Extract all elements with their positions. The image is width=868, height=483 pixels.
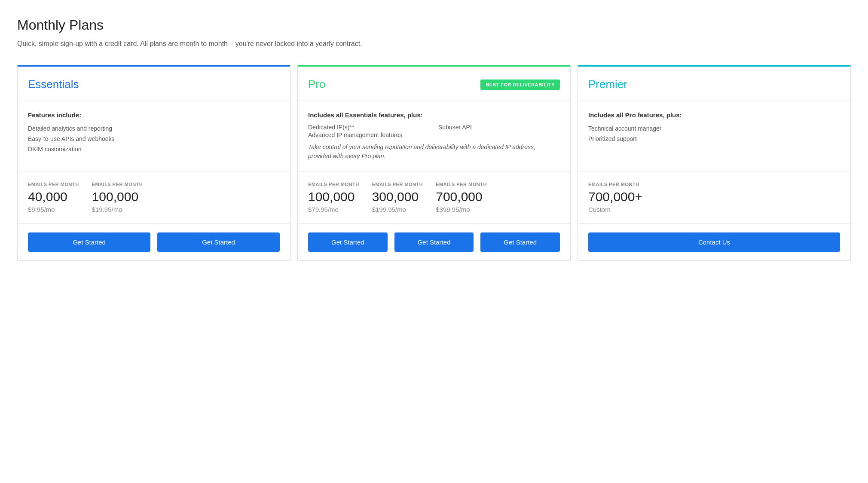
get-started-button-pro-2[interactable]: Get Started	[394, 232, 474, 252]
premier-features-title: Includes all Pro features, plus:	[588, 111, 840, 119]
get-started-button-pro-1[interactable]: Get Started	[308, 232, 388, 252]
pro-action: Get Started Get Started Get Started	[298, 224, 570, 260]
pricing-item: EMAILS PER MONTH 300,000 $199.95/mo	[372, 182, 423, 213]
emails-label: EMAILS PER MONTH	[308, 182, 359, 187]
list-item: Subuser API	[438, 124, 560, 131]
emails-amount: 300,000	[372, 190, 423, 204]
emails-amount: 700,000+	[588, 190, 642, 204]
pro-plan-name: Pro	[308, 78, 325, 91]
emails-label: EMAILS PER MONTH	[436, 182, 487, 187]
emails-amount: 40,000	[28, 190, 79, 204]
pro-features-title: Includes all Essentials features, plus:	[308, 111, 560, 119]
pro-features-note: Take control of your sending reputation …	[308, 143, 560, 161]
plan-card-essentials: Essentials Features include: Detailed an…	[17, 65, 290, 261]
page-subtitle: Quick, simple sign-up with a credit card…	[17, 40, 851, 48]
contact-us-button[interactable]: Contact Us	[588, 232, 840, 252]
list-item: Technical account manager	[588, 124, 840, 134]
premier-header: Premier	[578, 67, 850, 101]
list-item	[438, 131, 560, 138]
list-item: Easy-to-use APIs and webhooks	[28, 134, 280, 144]
price: $199.95/mo	[372, 206, 423, 213]
emails-label: EMAILS PER MONTH	[92, 182, 143, 187]
pro-features-grid: Dedicated IP(s)** Subuser API Advanced I…	[308, 124, 560, 138]
emails-amount: 700,000	[436, 190, 487, 204]
list-item: Advanced IP management features	[308, 131, 430, 138]
emails-label: EMAILS PER MONTH	[28, 182, 79, 187]
emails-amount: 100,000	[92, 190, 143, 204]
premier-plan-name: Premier	[588, 78, 627, 91]
list-item: Detailed analytics and reporting	[28, 124, 280, 134]
premier-pricing-columns: EMAILS PER MONTH 700,000+ Custom	[588, 182, 840, 213]
price: $399.95/mo	[436, 206, 487, 213]
pro-features: Includes all Essentials features, plus: …	[298, 101, 570, 171]
pricing-item: EMAILS PER MONTH 100,000 $79.95/mo	[308, 182, 359, 213]
pricing-item: EMAILS PER MONTH 700,000 $399.95/mo	[436, 182, 487, 213]
pro-header: Pro BEST FOR DELIVERABILITY	[298, 67, 570, 101]
page-title: Monthly Plans	[17, 17, 851, 33]
essentials-action: Get Started Get Started	[18, 224, 290, 260]
plan-card-premier: Premier Includes all Pro features, plus:…	[578, 65, 851, 261]
pricing-item: EMAILS PER MONTH 700,000+ Custom	[588, 182, 642, 213]
get-started-button-pro-3[interactable]: Get Started	[480, 232, 560, 252]
plans-container: Essentials Features include: Detailed an…	[17, 65, 851, 261]
essentials-features: Features include: Detailed analytics and…	[18, 101, 290, 171]
price: $19.95/mo	[92, 206, 143, 213]
price: $9.95/mo	[28, 206, 79, 213]
emails-label: EMAILS PER MONTH	[588, 182, 642, 187]
pricing-item: EMAILS PER MONTH 40,000 $9.95/mo	[28, 182, 79, 213]
best-badge: BEST FOR DELIVERABILITY	[480, 79, 560, 90]
essentials-header: Essentials	[18, 67, 290, 101]
essentials-pricing: EMAILS PER MONTH 40,000 $9.95/mo EMAILS …	[18, 171, 290, 224]
pro-pricing-columns: EMAILS PER MONTH 100,000 $79.95/mo EMAIL…	[308, 182, 560, 213]
emails-label: EMAILS PER MONTH	[372, 182, 423, 187]
emails-amount: 100,000	[308, 190, 359, 204]
pro-pricing: EMAILS PER MONTH 100,000 $79.95/mo EMAIL…	[298, 171, 570, 224]
essentials-features-list: Detailed analytics and reporting Easy-to…	[28, 124, 280, 154]
premier-action: Contact Us	[578, 224, 850, 260]
essentials-plan-name: Essentials	[28, 78, 79, 91]
essentials-features-title: Features include:	[28, 111, 280, 119]
list-item: Prioritized support	[588, 134, 840, 144]
price: $79.95/mo	[308, 206, 359, 213]
get-started-button-essentials-1[interactable]: Get Started	[28, 232, 150, 252]
plan-card-pro: Pro BEST FOR DELIVERABILITY Includes all…	[297, 65, 571, 261]
pricing-item: EMAILS PER MONTH 100,000 $19.95/mo	[92, 182, 143, 213]
price: Custom	[588, 206, 642, 213]
premier-features-list: Technical account manager Prioritized su…	[588, 124, 840, 144]
get-started-button-essentials-2[interactable]: Get Started	[157, 232, 280, 252]
essentials-pricing-columns: EMAILS PER MONTH 40,000 $9.95/mo EMAILS …	[28, 182, 280, 213]
list-item: Dedicated IP(s)**	[308, 124, 430, 131]
premier-features: Includes all Pro features, plus: Technic…	[578, 101, 850, 171]
premier-pricing: EMAILS PER MONTH 700,000+ Custom	[578, 171, 850, 224]
list-item: DKIM customization	[28, 144, 280, 155]
